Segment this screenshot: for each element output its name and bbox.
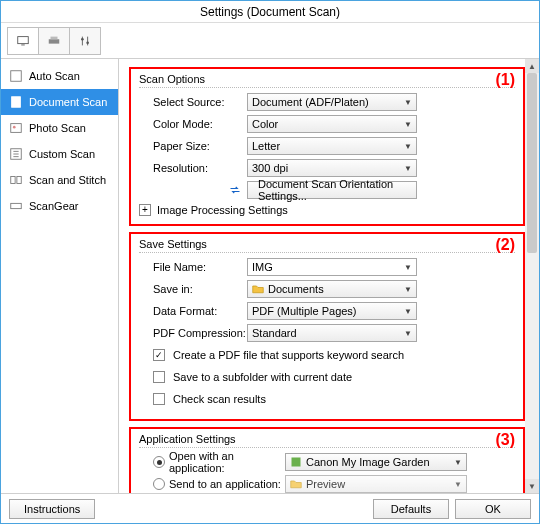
scangear-icon <box>9 199 23 213</box>
select-resolution[interactable]: 300 dpi▼ <box>247 159 417 177</box>
checkbox-subfolder[interactable] <box>153 371 165 383</box>
instructions-button[interactable]: Instructions <box>9 499 95 519</box>
svg-rect-8 <box>11 71 22 82</box>
folder-icon <box>252 283 264 295</box>
chevron-down-icon: ▼ <box>404 120 412 129</box>
svg-point-6 <box>81 37 84 40</box>
svg-rect-1 <box>21 44 25 45</box>
checkbox-label: Save to a subfolder with current date <box>169 371 352 383</box>
select-data-format[interactable]: PDF (Multiple Pages)▼ <box>247 302 417 320</box>
select-paper-size[interactable]: Letter▼ <box>247 137 417 155</box>
tab-scan-from-computer[interactable] <box>7 27 39 55</box>
tab-scan-from-panel[interactable] <box>38 27 70 55</box>
radio-send-app[interactable] <box>153 478 165 490</box>
group-save-settings: (2) Save Settings File Name:IMG▼ Save in… <box>129 232 525 421</box>
chevron-down-icon: ▼ <box>404 142 412 151</box>
label-paper-size: Paper Size: <box>139 140 247 152</box>
sidebar-item-document-scan[interactable]: Document Scan <box>1 89 118 115</box>
sidebar-item-custom-scan[interactable]: Custom Scan <box>1 141 118 167</box>
chevron-down-icon: ▼ <box>404 263 412 272</box>
photo-icon <box>9 121 23 135</box>
stitch-icon <box>9 173 23 187</box>
select-open-app[interactable]: Canon My Image Garden▼ <box>285 453 467 471</box>
label-select-source: Select Source: <box>139 96 247 108</box>
chevron-down-icon: ▼ <box>404 98 412 107</box>
auto-icon <box>9 69 23 83</box>
sidebar-item-scangear[interactable]: ScanGear <box>1 193 118 219</box>
checkbox-check-results[interactable] <box>153 393 165 405</box>
svg-rect-2 <box>49 39 60 43</box>
settings-window: Settings (Document Scan) Auto Scan Docum… <box>0 0 540 524</box>
svg-point-11 <box>13 126 16 129</box>
select-send-app[interactable]: Preview▼ <box>285 475 467 493</box>
scrollbar[interactable]: ▲ ▼ <box>525 59 539 493</box>
group-title: Scan Options <box>139 73 515 88</box>
svg-rect-10 <box>11 124 22 133</box>
svg-rect-9 <box>12 97 21 108</box>
label-color-mode: Color Mode: <box>139 118 247 130</box>
scroll-down-icon[interactable]: ▼ <box>525 479 539 493</box>
sidebar-item-photo-scan[interactable]: Photo Scan <box>1 115 118 141</box>
main-content: (1) Scan Options Select Source:Document … <box>119 59 539 493</box>
checkbox-label: Create a PDF file that supports keyword … <box>169 349 404 361</box>
group-title: Application Settings <box>139 433 515 448</box>
footer: Instructions Defaults OK <box>1 493 539 523</box>
radio-label: Send to an application: <box>169 478 285 490</box>
scroll-up-icon[interactable]: ▲ <box>525 59 539 73</box>
sidebar-label: Auto Scan <box>29 70 80 82</box>
label-pdf-compression: PDF Compression: <box>139 327 247 339</box>
input-filename[interactable]: IMG▼ <box>247 258 417 276</box>
label-save-in: Save in: <box>139 283 247 295</box>
sidebar-item-auto-scan[interactable]: Auto Scan <box>1 63 118 89</box>
checkbox-keyword-pdf[interactable]: ✓ <box>153 349 165 361</box>
svg-rect-0 <box>18 36 29 43</box>
select-pdf-compression[interactable]: Standard▼ <box>247 324 417 342</box>
svg-rect-16 <box>292 458 301 467</box>
swap-icon[interactable] <box>229 184 241 196</box>
group-scan-options: (1) Scan Options Select Source:Document … <box>129 67 525 226</box>
chevron-down-icon: ▼ <box>404 285 412 294</box>
defaults-button[interactable]: Defaults <box>373 499 449 519</box>
select-source[interactable]: Document (ADF/Platen)▼ <box>247 93 417 111</box>
svg-rect-3 <box>51 36 58 39</box>
group-number: (2) <box>495 236 515 254</box>
checkbox-label: Check scan results <box>169 393 266 405</box>
radio-open-app[interactable] <box>153 456 165 468</box>
scanner-icon <box>47 34 61 48</box>
svg-point-7 <box>86 41 89 44</box>
custom-icon <box>9 147 23 161</box>
chevron-down-icon: ▼ <box>454 458 462 467</box>
label-filename: File Name: <box>139 261 247 273</box>
expander-image-processing[interactable]: +Image Processing Settings <box>139 204 515 216</box>
chevron-down-icon: ▼ <box>404 307 412 316</box>
sidebar-label: Custom Scan <box>29 148 95 160</box>
svg-rect-13 <box>11 177 15 184</box>
chevron-down-icon: ▼ <box>404 329 412 338</box>
app-icon <box>290 456 302 468</box>
plus-icon: + <box>139 204 151 216</box>
sidebar-item-scan-stitch[interactable]: Scan and Stitch <box>1 167 118 193</box>
scroll-thumb[interactable] <box>527 73 537 253</box>
group-application-settings: (3) Application Settings Open with an ap… <box>129 427 525 493</box>
orientation-settings-button[interactable]: Document Scan Orientation Settings... <box>247 181 417 199</box>
toolbar <box>1 23 539 59</box>
tab-general[interactable] <box>69 27 101 55</box>
sidebar-label: ScanGear <box>29 200 79 212</box>
folder-icon <box>290 478 302 490</box>
monitor-icon <box>16 34 30 48</box>
document-icon <box>9 95 23 109</box>
sliders-icon <box>78 34 92 48</box>
select-color-mode[interactable]: Color▼ <box>247 115 417 133</box>
sidebar-label: Scan and Stitch <box>29 174 106 186</box>
ok-button[interactable]: OK <box>455 499 531 519</box>
group-number: (1) <box>495 71 515 89</box>
select-save-in[interactable]: Documents▼ <box>247 280 417 298</box>
label-data-format: Data Format: <box>139 305 247 317</box>
sidebar-label: Photo Scan <box>29 122 86 134</box>
radio-label: Open with an application: <box>169 450 285 474</box>
group-title: Save Settings <box>139 238 515 253</box>
sidebar-label: Document Scan <box>29 96 107 108</box>
chevron-down-icon: ▼ <box>454 480 462 489</box>
sidebar: Auto Scan Document Scan Photo Scan Custo… <box>1 59 119 493</box>
titlebar: Settings (Document Scan) <box>1 1 539 23</box>
